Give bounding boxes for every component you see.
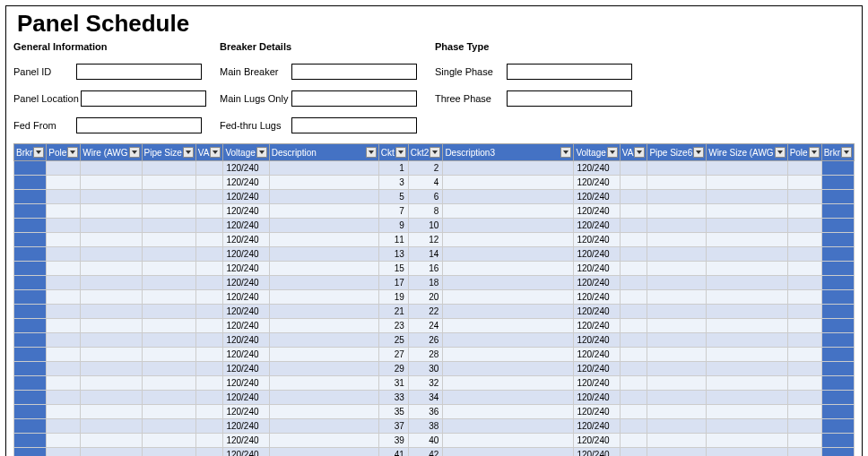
cell-description[interactable] <box>269 190 378 204</box>
cell-wire7[interactable] <box>707 419 787 434</box>
cell-pole[interactable] <box>47 391 81 405</box>
cell-wire7[interactable] <box>707 434 787 448</box>
cell-pipe[interactable] <box>142 434 195 448</box>
cell-description[interactable] <box>269 262 378 276</box>
filter-icon[interactable] <box>395 147 406 158</box>
cell-pipe[interactable] <box>142 233 195 247</box>
cell-wire[interactable] <box>81 362 142 376</box>
cell-voltage4[interactable]: 120/240 <box>574 391 620 405</box>
cell-ckt2[interactable]: 36 <box>408 405 443 419</box>
cell-pole[interactable] <box>47 448 81 457</box>
cell-va5[interactable] <box>620 348 647 362</box>
filter-icon[interactable] <box>129 147 140 158</box>
cell-wire7[interactable] <box>707 290 787 305</box>
cell-wire[interactable] <box>81 419 142 434</box>
cell-pipe6[interactable] <box>647 233 707 247</box>
cell-brkr[interactable] <box>14 161 47 176</box>
cell-description[interactable] <box>269 247 378 262</box>
filter-icon[interactable] <box>607 147 618 158</box>
cell-voltage[interactable]: 120/240 <box>223 376 269 391</box>
cell-pole[interactable] <box>47 434 81 448</box>
cell-brkr[interactable] <box>14 391 47 405</box>
cell-ckt[interactable]: 19 <box>378 290 408 305</box>
cell-voltage[interactable]: 120/240 <box>223 233 269 247</box>
cell-voltage[interactable]: 120/240 <box>223 448 269 457</box>
cell-ckt2[interactable]: 16 <box>408 262 443 276</box>
filter-icon[interactable] <box>210 147 221 158</box>
col-voltage4[interactable]: Voltage <box>574 144 620 161</box>
cell-ckt2[interactable]: 28 <box>408 348 443 362</box>
cell-pipe[interactable] <box>142 176 195 190</box>
col-voltage[interactable]: Voltage <box>223 144 269 161</box>
filter-icon[interactable] <box>33 147 44 158</box>
cell-va[interactable] <box>195 262 223 276</box>
cell-wire[interactable] <box>81 333 142 348</box>
cell-ckt2[interactable]: 40 <box>408 434 443 448</box>
cell-va[interactable] <box>195 405 223 419</box>
cell-pole2[interactable] <box>787 348 821 362</box>
cell-pipe6[interactable] <box>647 319 707 333</box>
cell-brkr[interactable] <box>14 448 47 457</box>
cell-brkr[interactable] <box>14 362 47 376</box>
cell-va5[interactable] <box>620 233 647 247</box>
cell-voltage4[interactable]: 120/240 <box>574 362 620 376</box>
cell-pipe[interactable] <box>142 161 195 176</box>
cell-description3[interactable] <box>443 419 574 434</box>
cell-wire[interactable] <box>81 391 142 405</box>
cell-brkr[interactable] <box>14 276 47 290</box>
cell-description[interactable] <box>269 276 378 290</box>
cell-voltage4[interactable]: 120/240 <box>574 448 620 457</box>
cell-wire[interactable] <box>81 434 142 448</box>
cell-pole[interactable] <box>47 290 81 305</box>
cell-wire7[interactable] <box>707 219 787 233</box>
cell-wire7[interactable] <box>707 161 787 176</box>
cell-brkr2[interactable] <box>821 276 854 290</box>
cell-pipe[interactable] <box>142 262 195 276</box>
cell-voltage[interactable]: 120/240 <box>223 305 269 319</box>
cell-va[interactable] <box>195 319 223 333</box>
cell-va[interactable] <box>195 290 223 305</box>
cell-description3[interactable] <box>443 391 574 405</box>
cell-brkr2[interactable] <box>821 262 854 276</box>
cell-brkr[interactable] <box>14 305 47 319</box>
cell-description[interactable] <box>269 448 378 457</box>
cell-va[interactable] <box>195 233 223 247</box>
cell-brkr2[interactable] <box>821 419 854 434</box>
filter-icon[interactable] <box>693 147 704 158</box>
cell-wire[interactable] <box>81 276 142 290</box>
cell-va[interactable] <box>195 176 223 190</box>
cell-brkr[interactable] <box>14 376 47 391</box>
cell-voltage4[interactable]: 120/240 <box>574 419 620 434</box>
cell-va5[interactable] <box>620 448 647 457</box>
cell-description[interactable] <box>269 405 378 419</box>
cell-description3[interactable] <box>443 348 574 362</box>
cell-pole[interactable] <box>47 247 81 262</box>
cell-voltage4[interactable]: 120/240 <box>574 233 620 247</box>
cell-description[interactable] <box>269 319 378 333</box>
cell-brkr2[interactable] <box>821 376 854 391</box>
cell-wire7[interactable] <box>707 233 787 247</box>
cell-ckt[interactable]: 29 <box>378 362 408 376</box>
cell-voltage[interactable]: 120/240 <box>223 434 269 448</box>
cell-pipe6[interactable] <box>647 376 707 391</box>
cell-wire7[interactable] <box>707 391 787 405</box>
cell-pipe6[interactable] <box>647 391 707 405</box>
cell-wire7[interactable] <box>707 319 787 333</box>
cell-va5[interactable] <box>620 290 647 305</box>
cell-brkr[interactable] <box>14 176 47 190</box>
cell-wire7[interactable] <box>707 448 787 457</box>
col-wire7[interactable]: Wire Size (AWG <box>707 144 787 161</box>
cell-va[interactable] <box>195 190 223 204</box>
cell-wire[interactable] <box>81 161 142 176</box>
cell-description3[interactable] <box>443 204 574 219</box>
cell-voltage[interactable]: 120/240 <box>223 176 269 190</box>
cell-va5[interactable] <box>620 190 647 204</box>
cell-brkr[interactable] <box>14 419 47 434</box>
cell-va5[interactable] <box>620 247 647 262</box>
cell-description[interactable] <box>269 233 378 247</box>
cell-ckt2[interactable]: 38 <box>408 419 443 434</box>
cell-pole[interactable] <box>47 333 81 348</box>
filter-icon[interactable] <box>67 147 78 158</box>
cell-voltage4[interactable]: 120/240 <box>574 305 620 319</box>
cell-va[interactable] <box>195 333 223 348</box>
